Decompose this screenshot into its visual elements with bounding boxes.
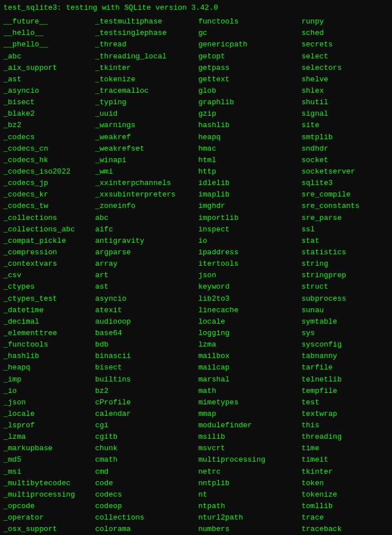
list-item: _winapi	[95, 155, 198, 166]
list-item: select	[301, 51, 392, 62]
list-item: chunk	[95, 443, 198, 454]
list-item: sre_parse	[301, 213, 392, 224]
list-item: atexit	[95, 305, 198, 316]
list-item: sunau	[301, 305, 392, 316]
list-item: sqlite3	[301, 178, 392, 189]
list-item: _markupbase	[3, 443, 95, 454]
list-item: ssl	[301, 224, 392, 235]
list-item: socketserver	[301, 166, 392, 178]
list-item: _xxsubinterpreters	[95, 189, 198, 200]
list-item: _lsprof	[3, 420, 95, 431]
list-item: _codecs_cn	[3, 143, 95, 155]
list-item: _testsinglephase	[95, 27, 198, 39]
list-item: _operator	[3, 512, 95, 524]
list-item: statistics	[301, 247, 392, 258]
list-item: hmac	[198, 143, 301, 155]
list-item: collections	[95, 512, 198, 524]
list-item: _codecs_hk	[3, 155, 95, 166]
list-item: _elementtree	[3, 328, 95, 339]
list-item: imaplib	[198, 189, 301, 200]
list-item: colorama	[95, 524, 198, 535]
list-item: cgi	[95, 420, 198, 431]
list-item: lib2to3	[198, 293, 301, 305]
list-item: _lzma	[3, 431, 95, 443]
list-item: aifc	[95, 224, 198, 235]
list-item: abc	[95, 213, 198, 224]
list-item: _opcode	[3, 501, 95, 512]
list-item: gzip	[198, 108, 301, 120]
list-item: _ast	[3, 74, 95, 85]
list-item: codeop	[95, 501, 198, 512]
list-item: lzma	[198, 339, 301, 351]
list-item: tkinter	[301, 466, 392, 478]
list-item: tabnanny	[301, 351, 392, 362]
list-item: _tracemalloc	[95, 85, 198, 97]
list-item: hashlib	[198, 120, 301, 131]
list-item: _md5	[3, 454, 95, 466]
list-item: _warnings	[95, 120, 198, 131]
list-item: asyncio	[95, 293, 198, 305]
list-item: socket	[301, 155, 392, 166]
list-item: token	[301, 478, 392, 489]
list-item: genericpath	[198, 39, 301, 50]
list-item: mimetypes	[198, 397, 301, 408]
list-item: smtplib	[301, 132, 392, 143]
list-item: code	[95, 478, 198, 489]
list-item: tempfile	[301, 385, 392, 397]
list-item: _datetime	[3, 305, 95, 316]
list-item: _io	[3, 385, 95, 397]
list-item: shelve	[301, 74, 392, 85]
list-item: antigravity	[95, 235, 198, 247]
list-item: getpass	[198, 62, 301, 74]
list-item: _json	[3, 397, 95, 408]
list-item: _ctypes_test	[3, 293, 95, 305]
list-item: bisect	[95, 362, 198, 373]
list-item: binascii	[95, 351, 198, 362]
list-item: inspect	[198, 224, 301, 235]
list-item: stat	[301, 235, 392, 247]
list-item: glob	[198, 85, 301, 97]
list-item: __phello__	[3, 39, 95, 50]
column-0: __future____hello____phello___abc_aix_su…	[3, 16, 95, 535]
list-item: _codecs_jp	[3, 178, 95, 189]
list-item: sysconfig	[301, 339, 392, 351]
list-item: nturl2path	[198, 512, 301, 524]
list-item: _multibytecodec	[3, 478, 95, 489]
list-item: shlex	[301, 85, 392, 97]
list-item: timeit	[301, 454, 392, 466]
list-item: _multiprocessing	[3, 489, 95, 501]
list-item: mailbox	[198, 351, 301, 362]
list-item: _wmi	[95, 166, 198, 178]
list-item: heapq	[198, 132, 301, 143]
list-item: _tokenize	[95, 74, 198, 85]
list-item: secrets	[301, 39, 392, 50]
list-item: msilib	[198, 431, 301, 443]
list-item: http	[198, 166, 301, 178]
list-item: _codecs_kr	[3, 189, 95, 200]
list-item: ast	[95, 281, 198, 293]
list-item: msvcrt	[198, 443, 301, 454]
list-item: sys	[301, 328, 392, 339]
list-item: _osx_support	[3, 524, 95, 535]
list-item: argparse	[95, 247, 198, 258]
list-item: mmap	[198, 408, 301, 420]
list-item: array	[95, 258, 198, 270]
list-item: json	[198, 270, 301, 281]
list-item: sndhdr	[301, 143, 392, 155]
list-item: bdb	[95, 339, 198, 351]
list-item: art	[95, 270, 198, 281]
list-item: numbers	[198, 524, 301, 535]
list-item: _collections_abc	[3, 224, 95, 235]
list-item: stringprep	[301, 270, 392, 281]
list-item: runpy	[301, 16, 392, 27]
list-item: telnetlib	[301, 374, 392, 385]
list-item: tarfile	[301, 362, 392, 373]
list-item: ipaddress	[198, 247, 301, 258]
list-item: imghdr	[198, 200, 301, 212]
list-item: textwrap	[301, 408, 392, 420]
list-item: _abc	[3, 51, 95, 62]
list-item: traceback	[301, 524, 392, 535]
list-item: _zoneinfo	[95, 200, 198, 212]
list-item: logging	[198, 328, 301, 339]
list-item: _blake2	[3, 108, 95, 120]
